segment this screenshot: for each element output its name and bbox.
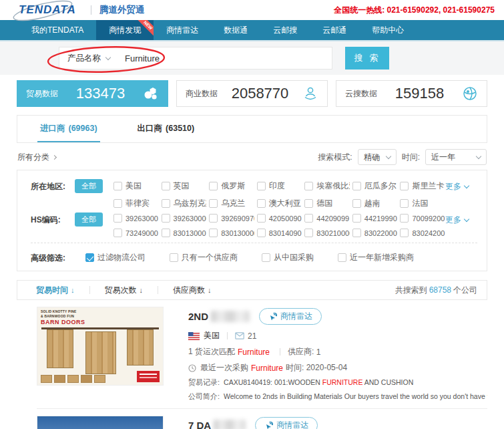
chevron-down-icon [385, 153, 391, 158]
checkbox[interactable] [162, 199, 170, 208]
hs-checkbox[interactable]: 73249000 [113, 229, 159, 237]
checkbox[interactable] [209, 182, 218, 190]
checkbox[interactable] [113, 199, 122, 208]
region-all-button[interactable]: 全部 [75, 179, 103, 193]
region-checkbox[interactable]: 越南 [352, 198, 398, 209]
hs-checkbox[interactable]: 39263000 [113, 214, 159, 223]
hs-checkbox[interactable]: 44219990 [352, 214, 398, 223]
checkbox[interactable] [304, 214, 313, 223]
hs-checkbox[interactable]: 83024200 [400, 229, 445, 237]
hs-checkbox[interactable]: 44209099 [304, 214, 350, 223]
hs-checkbox[interactable]: 8302200000 [352, 229, 398, 237]
region-checkbox[interactable]: 澳大利亚 [257, 198, 302, 209]
all-categories-link[interactable]: 所有分类 [17, 152, 56, 163]
advanced-checkbox-new-buyers[interactable]: 近一年新增采购商 [338, 252, 414, 263]
stat-trade-data[interactable]: 贸易数据 133473 [17, 80, 168, 107]
checkbox-checked[interactable] [85, 253, 94, 262]
hs-more-link[interactable]: 更多 [445, 212, 477, 226]
checkbox[interactable] [209, 214, 218, 223]
region-checkbox[interactable]: 乌兹别克斯... [162, 198, 207, 209]
checkbox[interactable] [400, 182, 409, 190]
region-checkbox[interactable]: 美国 [113, 180, 159, 192]
checkbox[interactable] [400, 214, 409, 223]
checkbox[interactable] [113, 214, 122, 223]
search-button[interactable]: 搜 索 [345, 47, 389, 69]
advanced-checkbox-filter-logistics[interactable]: 过滤物流公司 [85, 252, 146, 263]
checkbox[interactable] [400, 229, 409, 237]
checkbox[interactable] [209, 199, 218, 208]
checkbox[interactable] [352, 214, 361, 223]
tab-importers[interactable]: 进口商 (69963) [37, 116, 100, 142]
checkbox[interactable] [304, 182, 313, 190]
hs-checkbox[interactable]: 83013000 [162, 229, 207, 237]
nav-data-tong[interactable]: 数据通 [211, 20, 260, 40]
chevron-down-icon [476, 153, 481, 158]
nav-help-center[interactable]: 帮助中心 [359, 20, 417, 40]
checkbox[interactable] [352, 199, 361, 208]
sort-trade-count[interactable]: 贸易次数 [105, 285, 144, 296]
checkbox[interactable] [257, 229, 266, 237]
checkbox[interactable] [338, 253, 346, 262]
business-radar-button[interactable]: 商情雷达 [259, 308, 322, 325]
checkbox[interactable] [113, 182, 122, 190]
company-name[interactable]: 7 DA [188, 420, 211, 429]
nav-business-discovery[interactable]: 商情发现 NEW [96, 20, 154, 40]
result-divider [37, 408, 487, 409]
advanced-checkbox-buy-from-china[interactable]: 从中国采购 [262, 252, 314, 263]
hs-checkbox[interactable]: 42050090 [257, 214, 302, 223]
region-checkbox[interactable]: 法国 [400, 198, 445, 209]
checkbox[interactable] [304, 199, 313, 208]
checkbox[interactable] [257, 214, 266, 223]
region-checkbox[interactable]: 俄罗斯 [209, 180, 254, 192]
checkbox[interactable] [209, 229, 218, 237]
search-mode-select[interactable]: 精确 [358, 149, 397, 165]
checkbox[interactable] [352, 229, 361, 237]
checkbox[interactable] [304, 229, 313, 237]
sort-trade-time[interactable]: 贸易时间 [36, 285, 75, 296]
tab-exporters[interactable]: 出口商 (63510) [135, 116, 198, 142]
stats-row: 贸易数据 133473 商业数据 2058770 云搜数据 [17, 80, 487, 107]
checkbox[interactable] [262, 253, 270, 262]
checkbox[interactable] [162, 229, 170, 237]
business-radar-button[interactable]: 商情雷达 [255, 417, 318, 429]
time-range-select[interactable]: 近一年 [425, 149, 487, 165]
checkbox[interactable] [162, 182, 170, 190]
region-checkbox[interactable]: 印度 [257, 180, 302, 192]
region-more-link[interactable]: 更多 [445, 178, 477, 192]
hs-checkbox[interactable]: 3926909709 [209, 214, 254, 223]
nav-business-radar[interactable]: 商情雷达 [154, 20, 211, 40]
stat-business-data[interactable]: 商业数据 2058770 [176, 80, 328, 107]
hs-checkbox[interactable]: 8301300000 [209, 229, 254, 237]
company-name[interactable]: 2ND [188, 311, 208, 322]
checkbox[interactable] [400, 199, 409, 208]
stat-cloud-search-data[interactable]: 云搜数据 159158 [336, 80, 487, 107]
envelope-icon[interactable] [235, 332, 244, 339]
region-checkbox[interactable]: 德国 [304, 198, 350, 209]
region-checkbox[interactable]: 埃塞俄比亚 [304, 180, 350, 192]
region-checkbox[interactable]: 乌克兰 [209, 198, 254, 209]
region-checkbox[interactable]: 斯里兰卡 [400, 180, 445, 192]
region-checkbox[interactable]: 菲律宾 [113, 198, 159, 209]
search-field-select[interactable]: 产品名称 [67, 53, 110, 64]
checkbox[interactable] [162, 214, 170, 223]
checkbox[interactable] [170, 253, 178, 262]
hs-checkbox[interactable]: 83014090 [257, 229, 302, 237]
nav-cloud-mail-search[interactable]: 云邮搜 [260, 20, 310, 40]
hs-checkbox[interactable]: 3926300000 [162, 214, 207, 223]
dashed-divider [31, 243, 477, 243]
region-checkbox[interactable]: 厄瓜多尔 [352, 180, 398, 192]
hs-checkbox[interactable]: 70099200 [400, 214, 445, 223]
tendata-logo[interactable]: TENDATA [15, 3, 80, 17]
hs-checkbox[interactable]: 8302100000 [304, 229, 350, 237]
checkbox[interactable] [257, 182, 266, 190]
checkbox[interactable] [352, 182, 361, 190]
nav-my-tendata[interactable]: 我的TENDATA [19, 20, 96, 40]
nav-cloud-mail-tong[interactable]: 云邮通 [310, 20, 359, 40]
search-input[interactable]: Furniture [125, 53, 324, 63]
sort-supplier-count[interactable]: 供应商数 [173, 285, 212, 296]
checkbox[interactable] [257, 199, 266, 208]
hs-all-button[interactable]: 全部 [75, 212, 103, 227]
region-checkbox[interactable]: 英国 [162, 180, 207, 192]
advanced-checkbox-single-supplier[interactable]: 只有一个供应商 [170, 252, 238, 263]
checkbox[interactable] [113, 229, 122, 237]
